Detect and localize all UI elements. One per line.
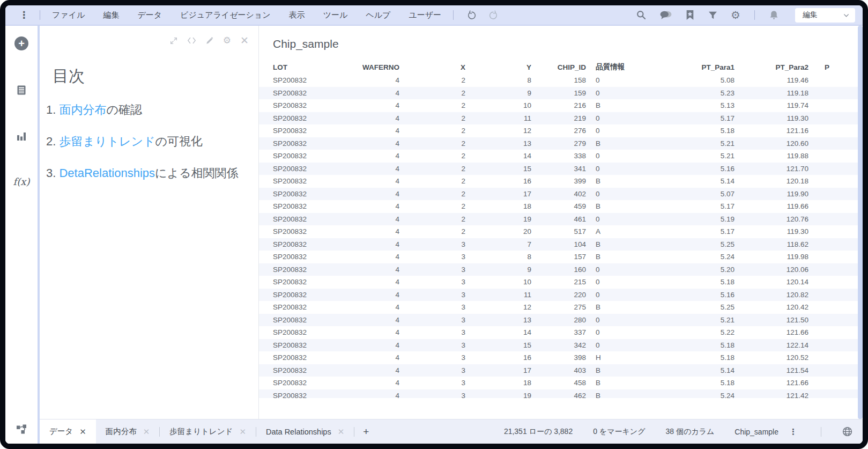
table-row[interactable]: SP200832431534205.18122.14 <box>259 339 858 352</box>
functions-icon[interactable]: f(x) <box>13 176 30 187</box>
table-row[interactable]: SP2008324210216B5.13119.74 <box>259 99 858 112</box>
tab-label: Data Relationships <box>266 428 331 436</box>
cell-CHIP_ID: 160 <box>531 266 586 274</box>
undo-icon[interactable] <box>466 10 477 20</box>
edit-pencil-icon[interactable] <box>205 36 214 45</box>
kebab-menu-icon[interactable]: ⋮ <box>16 9 32 21</box>
table-row[interactable]: SP2008324312275B5.25120.42 <box>259 301 858 314</box>
tab-close-icon[interactable]: ✕ <box>338 428 345 436</box>
add-icon[interactable]: + <box>14 36 28 50</box>
toc-link-3[interactable]: DetaRelationships <box>59 166 155 180</box>
tab-Data Relationships[interactable]: Data Relationships✕ <box>256 419 354 444</box>
cell-WAFERNO: 4 <box>339 202 399 210</box>
mode-dropdown[interactable]: 編集 <box>795 8 855 23</box>
globe-icon[interactable] <box>842 426 853 437</box>
toc-title: 目次 <box>53 65 248 87</box>
tab-label: 面内分布 <box>106 426 137 437</box>
tab-close-icon[interactable]: ✕ <box>239 428 246 436</box>
code-icon[interactable] <box>187 36 196 45</box>
panel-gear-icon[interactable]: ⚙ <box>223 36 231 45</box>
bookmark-icon[interactable] <box>685 10 695 20</box>
table-row[interactable]: SP200832431122005.16120.82 <box>259 289 858 301</box>
table-row[interactable]: SP200832431328005.21121.50 <box>259 314 858 327</box>
cell-LOT: SP200832 <box>259 101 339 109</box>
tab-データ[interactable]: データ✕ <box>40 419 96 444</box>
cell-WAFERNO: 4 <box>339 76 399 84</box>
toc-item-3: 3. DetaRelationshipsによる相関関係 <box>46 165 248 182</box>
table-row[interactable]: SP2008324316398H5.18120.52 <box>259 351 858 364</box>
cell-PT_Para1: 5.21 <box>652 152 735 160</box>
cell-Y: 13 <box>465 316 531 324</box>
table-row[interactable]: SP2008324218459B5.17119.66 <box>259 200 858 213</box>
menu-item-1[interactable]: ファイル <box>52 10 85 20</box>
cell-LOT: SP200832 <box>259 303 339 311</box>
redo-icon[interactable] <box>488 10 499 20</box>
gear-icon[interactable]: ⚙ <box>731 10 740 20</box>
menu-item-8[interactable]: ユーザー <box>409 10 441 20</box>
vertical-scrollbar[interactable] <box>858 26 863 419</box>
table-row[interactable]: SP200832421534105.16121.70 <box>259 163 858 175</box>
toc-link-2[interactable]: 歩留まりトレンド <box>59 135 155 148</box>
table-row[interactable]: SP200832431433705.22121.66 <box>259 326 858 339</box>
comments-icon[interactable] <box>659 10 672 20</box>
cell-Y: 9 <box>465 89 531 97</box>
menu-item-5[interactable]: 表示 <box>289 10 305 20</box>
table-row[interactable]: SP20083242815805.08119.46 <box>259 74 858 87</box>
tab-close-icon[interactable]: ✕ <box>143 428 150 436</box>
column-header-PT_Para2[interactable]: PT_Para2 <box>735 63 808 71</box>
table-row[interactable]: SP2008324317403B5.14121.54 <box>259 364 858 377</box>
close-icon[interactable]: ✕ <box>240 34 249 47</box>
cell-Y: 18 <box>465 202 531 210</box>
column-header-P[interactable]: P <box>808 63 858 71</box>
cell-Y: 12 <box>465 303 531 311</box>
table-row[interactable]: SP200832421121905.17119.30 <box>259 112 858 125</box>
table-row[interactable]: SP20083242915905.23119.18 <box>259 87 858 100</box>
menu-item-7[interactable]: ヘルプ <box>366 10 390 20</box>
table-row[interactable]: SP2008324318458B5.18121.66 <box>259 377 858 389</box>
table-row[interactable]: SP200832421740205.07119.90 <box>259 188 858 201</box>
table-row[interactable]: SP200832421433805.21119.88 <box>259 150 858 163</box>
table-row[interactable]: SP20083243916005.20120.06 <box>259 263 858 276</box>
column-header-X[interactable]: X <box>399 63 465 71</box>
column-header-LOT[interactable]: LOT <box>259 63 339 71</box>
table-row[interactable]: SP2008324213279B5.21120.60 <box>259 137 858 150</box>
data-list-icon[interactable] <box>15 84 28 97</box>
column-header-品質情報[interactable]: 品質情報 <box>586 62 652 72</box>
data-canvas-icon[interactable] <box>15 422 28 435</box>
table-row[interactable]: SP200832421227605.18121.16 <box>259 124 858 137</box>
table-row[interactable]: SP200832431021505.18120.14 <box>259 276 858 289</box>
menu-item-2[interactable]: 編集 <box>103 10 119 20</box>
bell-icon[interactable] <box>769 10 779 20</box>
tab-面内分布[interactable]: 面内分布✕ <box>96 419 160 444</box>
toc-item-1: 1. 面内分布の確認 <box>46 101 248 119</box>
cell-PT_Para2: 121.66 <box>735 379 808 387</box>
active-table-name[interactable]: Chip_sample <box>735 428 778 436</box>
column-header-PT_Para1[interactable]: PT_Para1 <box>652 63 735 71</box>
table-row[interactable]: SP200832437104B5.25118.62 <box>259 238 858 251</box>
maximize-icon[interactable] <box>169 36 178 45</box>
tab-close-icon[interactable]: ✕ <box>79 428 86 436</box>
table-row[interactable]: SP2008324216399B5.14120.18 <box>259 175 858 188</box>
column-header-CHIP_ID[interactable]: CHIP_ID <box>531 63 586 71</box>
column-header-Y[interactable]: Y <box>465 63 531 71</box>
cell-Y: 7 <box>465 240 531 248</box>
table-kebab-icon[interactable]: ⋮ <box>786 427 800 437</box>
table-row[interactable]: SP2008324220517A5.17119.30 <box>259 225 858 238</box>
menu-item-6[interactable]: ツール <box>323 10 348 20</box>
cell-品質情報: A <box>586 227 652 235</box>
table-row[interactable]: SP2008324319462B5.24121.42 <box>259 389 858 399</box>
table-row[interactable]: SP200832421946105.19120.76 <box>259 213 858 226</box>
tab-歩留まりトレンド[interactable]: 歩留まりトレンド✕ <box>160 419 256 444</box>
add-page-tab[interactable]: + <box>354 419 377 444</box>
menu-item-4[interactable]: ビジュアライゼーション <box>180 10 271 20</box>
cell-WAFERNO: 4 <box>339 278 399 286</box>
filter-icon[interactable] <box>708 10 718 20</box>
table-row[interactable]: SP200832438157B5.24119.98 <box>259 251 858 263</box>
cell-LOT: SP200832 <box>259 316 339 324</box>
visualization-types-icon[interactable] <box>15 130 28 143</box>
cell-PT_Para1: 5.24 <box>652 253 735 261</box>
column-header-WAFERNO[interactable]: WAFERNO <box>339 63 399 71</box>
toc-link-1[interactable]: 面内分布 <box>59 103 106 116</box>
menu-item-3[interactable]: データ <box>137 10 162 20</box>
search-icon[interactable] <box>636 10 647 20</box>
